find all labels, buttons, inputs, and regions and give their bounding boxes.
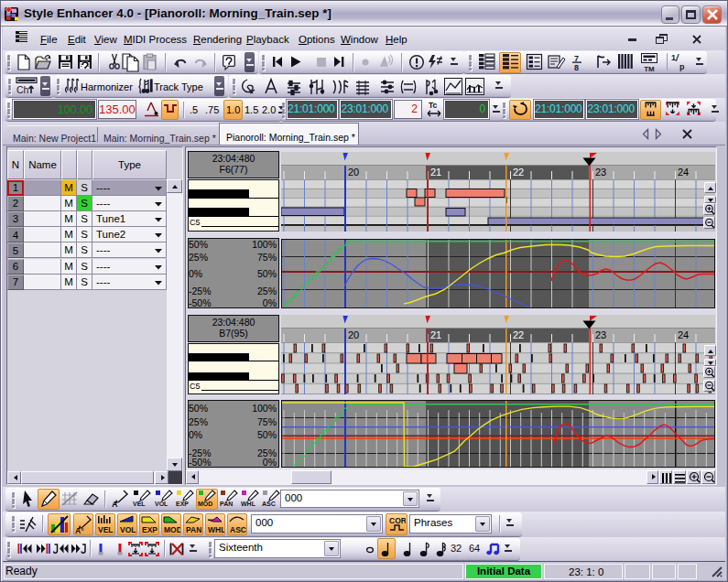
svg-text:21: 21 bbox=[430, 329, 441, 340]
svg-text:TM: TM bbox=[644, 65, 655, 73]
svg-text:22: 22 bbox=[513, 167, 524, 178]
svg-text:Tc: Tc bbox=[429, 101, 438, 110]
svg-text:A: A bbox=[112, 500, 118, 508]
svg-text:21: 21 bbox=[430, 167, 441, 178]
svg-text:VEL: VEL bbox=[98, 525, 114, 534]
svg-text:EXP: EXP bbox=[142, 525, 158, 534]
svg-text:20: 20 bbox=[348, 329, 359, 340]
svg-text:23: 23 bbox=[595, 167, 606, 178]
svg-text:1: 1 bbox=[671, 53, 676, 62]
svg-text:WHL: WHL bbox=[208, 525, 224, 534]
svg-text:MOD: MOD bbox=[164, 525, 180, 534]
svg-text:p: p bbox=[679, 62, 685, 71]
svg-text:7: 7 bbox=[574, 54, 579, 63]
svg-text:24: 24 bbox=[678, 329, 689, 340]
svg-text:VOL: VOL bbox=[120, 525, 136, 534]
svg-text:22: 22 bbox=[513, 329, 524, 340]
svg-text:20: 20 bbox=[348, 167, 359, 178]
svg-text:8: 8 bbox=[574, 63, 579, 72]
svg-text:Ch: Ch bbox=[16, 84, 29, 95]
svg-text:ASC: ASC bbox=[230, 525, 246, 534]
svg-text:24: 24 bbox=[678, 167, 689, 178]
svg-text:PAN: PAN bbox=[186, 525, 201, 534]
svg-text:23: 23 bbox=[595, 329, 606, 340]
svg-text:COR: COR bbox=[389, 516, 406, 525]
svg-text:A°: A° bbox=[75, 526, 84, 534]
